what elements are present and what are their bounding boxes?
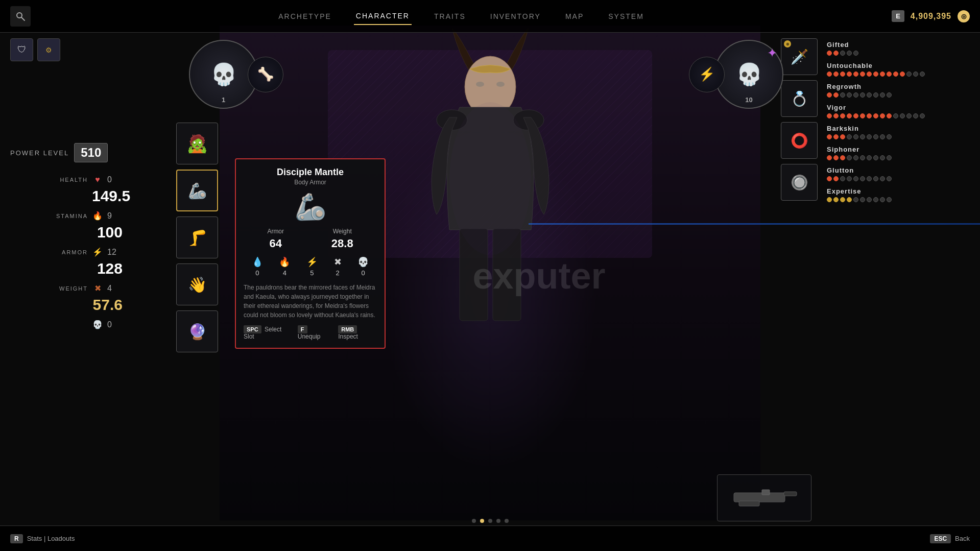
nav-archetype[interactable]: ARCHETYPE bbox=[276, 8, 333, 25]
trait-siphoner-info: Siphoner bbox=[827, 146, 970, 160]
dot bbox=[873, 176, 878, 181]
resist-bleed: ✖ 2 bbox=[334, 256, 342, 277]
tooltip-item-name: Disciple Mantle bbox=[244, 167, 377, 178]
dot bbox=[827, 51, 832, 56]
ring2-slot[interactable]: ⭕ bbox=[781, 122, 818, 159]
dot bbox=[880, 176, 885, 181]
dot bbox=[887, 134, 892, 139]
dot bbox=[920, 71, 925, 77]
tooltip-item-type: Body Armor bbox=[244, 179, 377, 186]
archetype-left-secondary[interactable]: 🦴 bbox=[248, 57, 283, 92]
trait-regrowth: Regrowth bbox=[827, 83, 970, 98]
search-button[interactable] bbox=[10, 6, 31, 27]
dot bbox=[873, 92, 878, 98]
svg-point-8 bbox=[496, 82, 505, 87]
tooltip-armor-value: 64 bbox=[267, 237, 284, 250]
dot bbox=[913, 113, 918, 118]
weapon-slot[interactable] bbox=[717, 474, 811, 521]
amulet-slot[interactable]: 🗡️ ⊕ bbox=[781, 38, 818, 75]
dot bbox=[827, 92, 832, 98]
trait-siphoner: Siphoner bbox=[827, 146, 970, 160]
dot bbox=[847, 51, 852, 56]
dot bbox=[893, 113, 898, 118]
dot bbox=[880, 134, 885, 139]
shield-icon-badge[interactable]: 🛡 bbox=[10, 38, 33, 61]
ring3-slot[interactable]: 🔘 bbox=[781, 164, 818, 201]
dot bbox=[920, 113, 925, 118]
archetype-right-circle[interactable]: 💀 ✦ 10 bbox=[714, 40, 783, 109]
dot bbox=[900, 71, 905, 77]
weight-extra: 4 bbox=[107, 284, 123, 293]
dot bbox=[847, 134, 852, 139]
bottom-left-label: Stats | Loadouts bbox=[27, 535, 75, 542]
dot bbox=[833, 197, 839, 202]
svg-point-9 bbox=[449, 102, 531, 255]
nav-inventory[interactable]: INVENTORY bbox=[488, 8, 543, 25]
dot bbox=[880, 197, 885, 202]
dot-4 bbox=[496, 519, 500, 523]
health-label: HEALTH bbox=[10, 177, 88, 183]
bottom-left: R Stats | Loadouts bbox=[10, 534, 75, 543]
dot bbox=[840, 134, 845, 139]
profile-icon-badge[interactable]: ⚙ bbox=[37, 38, 60, 61]
dot bbox=[840, 71, 845, 77]
legs-slot[interactable]: 🦵 bbox=[176, 217, 218, 258]
tooltip-armor-stat: Armor 64 bbox=[267, 228, 284, 250]
dot bbox=[887, 155, 892, 160]
stamina-value: 100 bbox=[92, 224, 123, 241]
nav-system[interactable]: SYSTEM bbox=[606, 8, 646, 25]
accessory-slots: 🗡️ ⊕ 💍 ⭕ 🔘 bbox=[781, 38, 818, 201]
dot bbox=[913, 71, 918, 77]
ring1-slot[interactable]: 💍 bbox=[781, 80, 818, 117]
svg-point-7 bbox=[476, 82, 484, 87]
tooltip-item-image: 🦾 bbox=[244, 192, 377, 222]
action-unequip[interactable]: F Unequip bbox=[298, 326, 330, 340]
boots-slot[interactable]: 👋 bbox=[176, 263, 218, 305]
trait-gifted: Gifted bbox=[827, 41, 970, 56]
archetype-right-secondary[interactable]: ⚡ bbox=[689, 57, 725, 92]
dot bbox=[906, 71, 912, 77]
svg-rect-11 bbox=[784, 492, 797, 496]
trait-siphoner-name: Siphoner bbox=[827, 146, 970, 153]
dot bbox=[847, 113, 852, 118]
dot bbox=[860, 197, 865, 202]
e-key-badge: E bbox=[892, 10, 904, 22]
slot-badge-gold: ⊕ bbox=[784, 40, 791, 47]
weight-icon: ✖ bbox=[92, 283, 103, 293]
power-level-value: 510 bbox=[74, 143, 108, 162]
action-inspect[interactable]: RMB Inspect bbox=[338, 326, 377, 340]
armor-extra: 12 bbox=[107, 248, 123, 257]
dot bbox=[887, 92, 892, 98]
trait-barkskin-info: Barkskin bbox=[827, 125, 970, 139]
weight-value: 57.6 bbox=[92, 296, 123, 314]
weight-label: WEIGHT bbox=[10, 285, 88, 292]
dot bbox=[860, 71, 865, 77]
head-slot[interactable]: 🧟 bbox=[176, 123, 218, 164]
death-extra: 0 bbox=[107, 320, 123, 329]
tooltip-actions: SPC Select Slot F Unequip RMB Inspect bbox=[244, 326, 377, 340]
bottom-bar: R Stats | Loadouts ESC Back bbox=[0, 525, 980, 551]
health-value-row: 149.5 bbox=[10, 187, 123, 205]
nav-center: ARCHETYPE CHARACTER TRAITS INVENTORY MAP… bbox=[276, 8, 646, 25]
stamina-extra: 9 bbox=[107, 211, 123, 221]
dot bbox=[880, 113, 885, 118]
unequip-key: F bbox=[298, 325, 307, 333]
relic-slot[interactable]: 🔮 bbox=[176, 310, 218, 352]
tooltip-weight-label: Weight bbox=[331, 228, 353, 235]
dot bbox=[827, 113, 832, 118]
inspect-label: Inspect bbox=[338, 333, 358, 340]
action-select[interactable]: SPC Select Slot bbox=[244, 326, 290, 340]
left-icon-panel: 🛡 ⚙ bbox=[10, 38, 60, 61]
body-slot[interactable]: 🦾 bbox=[176, 170, 218, 211]
nav-map[interactable]: MAP bbox=[563, 8, 586, 25]
weight-row: WEIGHT ✖ 4 bbox=[10, 283, 123, 293]
dot bbox=[873, 134, 878, 139]
dot bbox=[887, 197, 892, 202]
trait-expertise: Expertise bbox=[827, 187, 970, 202]
weapon-svg bbox=[729, 483, 800, 513]
nav-traits[interactable]: TRAITS bbox=[432, 8, 468, 25]
svg-rect-10 bbox=[734, 493, 785, 502]
resist-water: 💧 0 bbox=[252, 256, 263, 277]
nav-character[interactable]: CHARACTER bbox=[354, 8, 412, 25]
trait-untouchable-name: Untouchable bbox=[827, 62, 970, 69]
